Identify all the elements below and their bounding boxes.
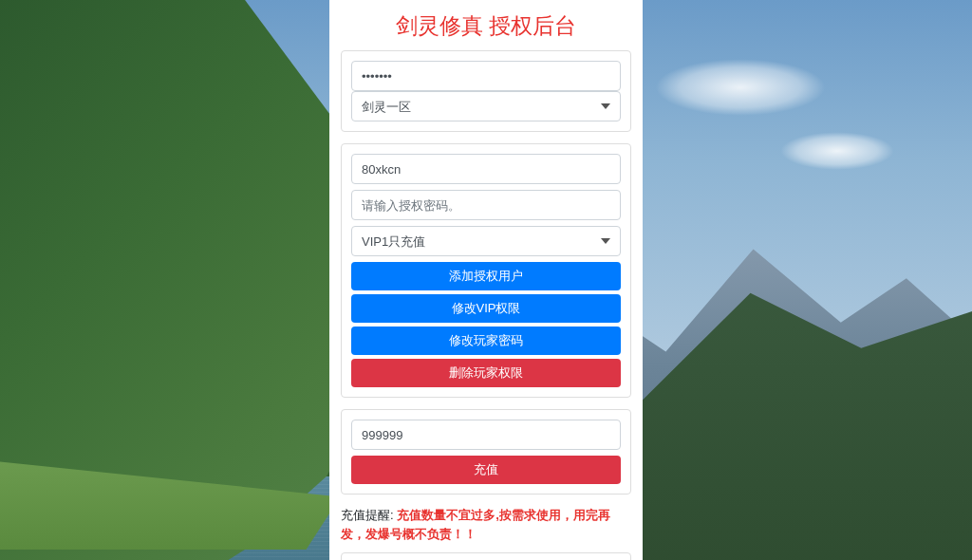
username-input[interactable] [351, 154, 621, 184]
admin-panel: 剑灵修真 授权后台 剑灵一区 VIP1只充值 添加授权用户 修改VIP权限 修改… [329, 0, 643, 560]
recharge-notice: 充值提醒: 充值数量不宜过多,按需求使用，用完再发，发爆号概不负责！！ [341, 506, 631, 543]
recharge-card: 充值 [341, 409, 631, 495]
auth-card: VIP1只充值 添加授权用户 修改VIP权限 修改玩家密码 删除玩家权限 [341, 143, 631, 398]
auth-password-input[interactable] [351, 190, 621, 220]
modify-vip-button[interactable]: 修改VIP权限 [351, 294, 621, 323]
login-card: 剑灵一区 [341, 50, 631, 132]
mail-item-card: 升龙丹 发送邮件物品 [341, 552, 631, 560]
delete-permission-button[interactable]: 删除玩家权限 [351, 359, 621, 387]
cloud-icon [655, 59, 826, 116]
notice-label: 充值提醒: [341, 508, 397, 522]
cloud-icon [780, 132, 894, 170]
vip-level-select[interactable]: VIP1只充值 [351, 226, 621, 256]
modify-password-button[interactable]: 修改玩家密码 [351, 327, 621, 355]
server-select[interactable]: 剑灵一区 [351, 91, 621, 121]
add-auth-user-button[interactable]: 添加授权用户 [351, 262, 621, 290]
recharge-button[interactable]: 充值 [351, 456, 621, 484]
page-title: 剑灵修真 授权后台 [341, 8, 631, 50]
recharge-amount-input[interactable] [351, 420, 621, 450]
password-input[interactable] [351, 61, 621, 91]
